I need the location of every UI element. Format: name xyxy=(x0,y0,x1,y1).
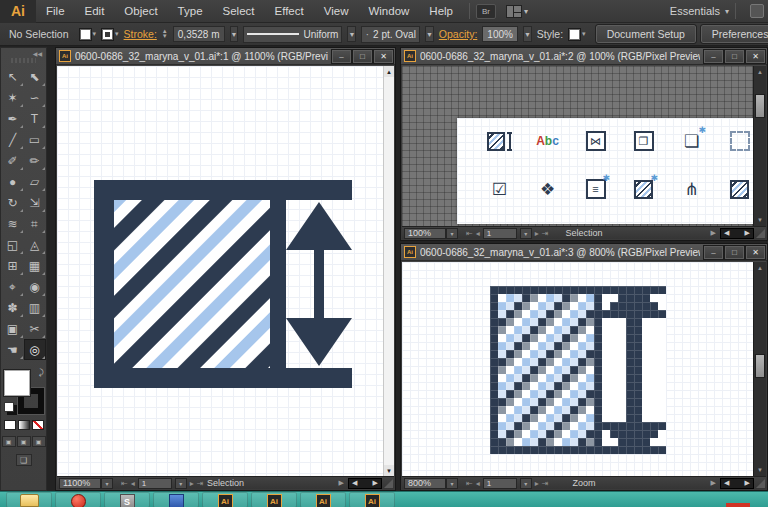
zoom-dropdown[interactable]: ▾ xyxy=(446,228,458,239)
prev-artboard-button[interactable]: ◂ xyxy=(476,479,480,488)
resize-grip[interactable] xyxy=(756,479,765,488)
checklist-pen-icon[interactable]: ☑ xyxy=(487,177,512,202)
taskbar-ai-window-1[interactable]: Ai xyxy=(202,492,248,507)
width-tool[interactable]: ≋ xyxy=(2,213,24,234)
scroll-up-icon[interactable]: ▲ xyxy=(384,66,394,77)
stripes-measure-icon[interactable] xyxy=(487,129,512,154)
shape-builder-tool[interactable]: ◱ xyxy=(2,234,24,255)
horizontal-scrollbar[interactable]: ◀ ▶ xyxy=(348,478,382,489)
window-titlebar[interactable]: Ai 0600-0686_32_maryna_v_01.ai*:1 @ 1100… xyxy=(56,48,395,65)
menu-item-window[interactable]: Window xyxy=(358,0,419,23)
color-mode-button[interactable] xyxy=(4,420,16,430)
slice-tool[interactable]: ✂ xyxy=(24,318,46,339)
zoom-tool[interactable]: ◎ xyxy=(24,339,46,360)
taskbar-ai-window-2[interactable]: Ai xyxy=(251,492,297,507)
scroll-down-icon[interactable]: ▼ xyxy=(754,464,766,476)
variable-width-profile-select[interactable]: Uniform xyxy=(243,26,342,43)
stroke-panel-link[interactable]: Stroke: xyxy=(124,28,157,40)
first-artboard-button[interactable]: ⇤ xyxy=(121,479,128,488)
vertical-scrollbar[interactable]: ▲ ▼ xyxy=(753,262,766,476)
close-button[interactable]: ✕ xyxy=(374,50,393,63)
menu-item-edit[interactable]: Edit xyxy=(75,0,115,23)
maximize-button[interactable]: □ xyxy=(725,50,744,63)
profile-dropdown[interactable]: ▼ xyxy=(347,26,356,42)
type-tool[interactable]: T xyxy=(24,108,46,129)
taskbar-ai-window-4[interactable]: Ai xyxy=(349,492,395,507)
menu-item-effect[interactable]: Effect xyxy=(265,0,314,23)
selection-tool[interactable]: ↖ xyxy=(2,66,24,87)
last-artboard-button[interactable]: ⇥ xyxy=(542,479,549,488)
scroll-down-icon[interactable]: ▼ xyxy=(384,465,394,476)
page-cube-icon[interactable]: ❐ xyxy=(631,129,656,154)
arrange-documents-button[interactable]: ▾ xyxy=(506,5,528,18)
first-artboard-button[interactable]: ⇤ xyxy=(466,479,473,488)
maximize-button[interactable]: □ xyxy=(353,50,372,63)
menu-item-type[interactable]: Type xyxy=(168,0,213,23)
draw-behind-button[interactable]: ▣ xyxy=(17,436,31,447)
artboard-tool[interactable]: ▣ xyxy=(2,318,24,339)
magic-wand-tool[interactable]: ✶ xyxy=(2,87,24,108)
gradient-mode-button[interactable] xyxy=(18,420,30,430)
eyedropper-tool[interactable]: ⌖ xyxy=(2,276,24,297)
vertical-scrollbar[interactable]: ▲ ▼ xyxy=(383,66,394,476)
stripes-gear-icon[interactable]: ✱ xyxy=(631,177,656,202)
stroke-color-picker[interactable]: ▾ xyxy=(101,28,119,41)
scroll-thumb[interactable] xyxy=(755,94,765,118)
artboard-dropdown[interactable]: ▾ xyxy=(520,478,532,489)
default-fill-stroke-icon[interactable] xyxy=(4,402,14,412)
menu-item-file[interactable]: File xyxy=(36,0,75,23)
window-titlebar[interactable]: Ai 0600-0686_32_maryna_v_01.ai*:2 @ 100%… xyxy=(401,48,767,65)
swap-fill-stroke-icon[interactable]: ⤸ xyxy=(39,368,44,378)
zoom-level-field[interactable]: 100% xyxy=(404,228,446,239)
brush-dropdown[interactable]: ▼ xyxy=(425,26,434,42)
resize-grip[interactable] xyxy=(756,229,765,238)
opacity-field[interactable]: 100% xyxy=(482,26,518,42)
canvas-3[interactable]: ▲ ▼ xyxy=(402,262,766,476)
free-transform-tool[interactable]: ⌗ xyxy=(24,213,46,234)
prev-artboard-button[interactable]: ◂ xyxy=(131,479,135,488)
taskbar-gray-app[interactable]: S xyxy=(104,492,150,507)
fill-color-well[interactable] xyxy=(4,370,30,396)
hand-tool[interactable]: ☚ xyxy=(2,339,24,360)
none-mode-button[interactable] xyxy=(32,420,44,430)
minimize-button[interactable]: – xyxy=(704,246,723,259)
screen-mode-button[interactable]: ❏ xyxy=(16,454,32,466)
next-artboard-button[interactable]: ▸ xyxy=(535,229,539,238)
taskbar-folder-app[interactable] xyxy=(6,492,52,507)
collapse-panel-button[interactable]: ◀◀ xyxy=(1,48,46,57)
rotate-tool[interactable]: ↻ xyxy=(2,192,24,213)
next-artboard-button[interactable]: ▸ xyxy=(190,479,194,488)
mesh-tool[interactable]: ⊞ xyxy=(2,255,24,276)
zoom-level-field[interactable]: 1100% xyxy=(59,478,101,489)
canvas-1[interactable]: ▲ ▼ xyxy=(57,66,394,476)
pen-tool[interactable]: ✒ xyxy=(2,108,24,129)
vertical-scrollbar[interactable]: ▲ ▼ xyxy=(753,66,766,226)
graphic-style-picker[interactable]: ▾ xyxy=(568,28,586,41)
window-titlebar[interactable]: Ai 0600-0686_32_maryna_v_01.ai*:3 @ 800%… xyxy=(401,244,767,261)
horizontal-scrollbar[interactable]: ◀ ▶ xyxy=(720,228,754,239)
scroll-up-icon[interactable]: ▲ xyxy=(754,66,766,78)
preferences-button[interactable]: Preferences xyxy=(701,25,768,43)
scroll-down-icon[interactable]: ▼ xyxy=(754,214,766,226)
stroke-weight-field[interactable]: 0,3528 m xyxy=(173,26,225,42)
scroll-thumb[interactable] xyxy=(755,354,765,378)
tag-icon[interactable]: ❖ xyxy=(535,177,560,202)
dashed-frame-partial-icon[interactable] xyxy=(727,129,752,154)
blob-brush-tool[interactable]: ● xyxy=(2,171,24,192)
scroll-right-icon[interactable]: ▶ xyxy=(709,479,718,487)
artboard-number-field[interactable]: 1 xyxy=(483,228,517,239)
fill-color-picker[interactable]: ▾ xyxy=(79,28,97,41)
bridge-icon[interactable]: Br xyxy=(476,4,496,19)
canvas-2[interactable]: Abc⋈❐❏✱ ☑❖≡✱✱⋔ ▲ ▼ xyxy=(402,66,766,226)
artboard-number-field[interactable]: 1 xyxy=(138,478,172,489)
menu-item-view[interactable]: View xyxy=(314,0,359,23)
blend-tool[interactable]: ◉ xyxy=(24,276,46,297)
workspace-switcher[interactable]: Essentials xyxy=(670,5,720,17)
draw-normal-button[interactable]: ▣ xyxy=(2,436,16,447)
eraser-tool[interactable]: ▱ xyxy=(24,171,46,192)
direct-selection-tool[interactable]: ⬉ xyxy=(24,66,46,87)
scale-tool[interactable]: ⇲ xyxy=(24,192,46,213)
symbol-sprayer-tool[interactable]: ✽ xyxy=(2,297,24,318)
stroke-weight-stepper[interactable]: ▲▼ xyxy=(162,29,168,39)
zoom-level-field[interactable]: 800% xyxy=(404,478,446,489)
